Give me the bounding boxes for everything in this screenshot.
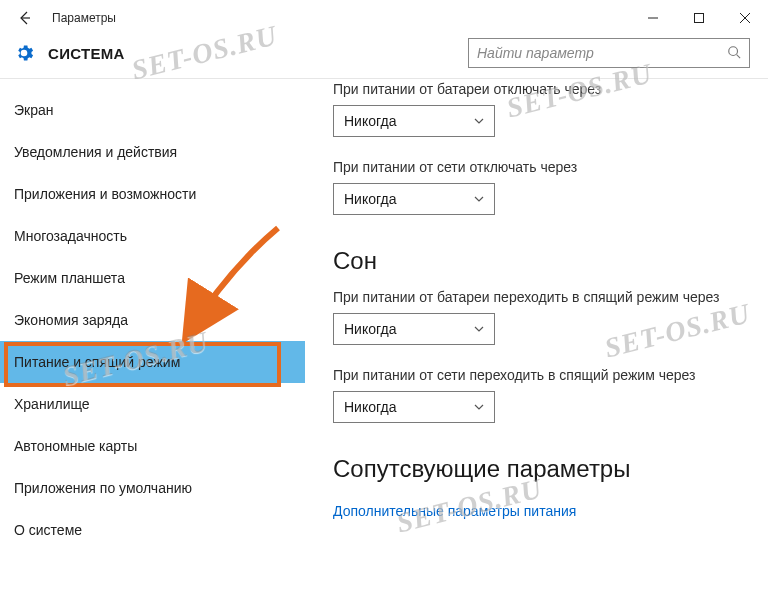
ac-off-dropdown[interactable]: Никогда	[333, 183, 495, 215]
sidebar-item-about[interactable]: О системе	[0, 509, 305, 551]
header: СИСТЕМА	[0, 36, 768, 78]
battery-sleep-label: При питании от батареи переходить в спящ…	[333, 289, 748, 305]
search-field[interactable]	[477, 45, 727, 61]
additional-power-link[interactable]: Дополнительные параметры питания	[333, 503, 576, 519]
window-controls	[630, 3, 768, 33]
ac-off-value: Никогда	[344, 191, 396, 207]
titlebar: Параметры	[0, 0, 768, 36]
battery-off-dropdown[interactable]: Никогда	[333, 105, 495, 137]
chevron-down-icon	[474, 191, 484, 207]
sidebar-item-battery-saver[interactable]: Экономия заряда	[0, 299, 305, 341]
sidebar-item-multitasking[interactable]: Многозадачность	[0, 215, 305, 257]
main-layout: Экран Уведомления и действия Приложения …	[0, 79, 768, 599]
svg-rect-1	[695, 14, 704, 23]
sidebar-item-offline-maps[interactable]: Автономные карты	[0, 425, 305, 467]
svg-point-4	[729, 46, 738, 55]
page-title: СИСТЕМА	[48, 45, 125, 62]
sleep-section-title: Сон	[333, 247, 748, 275]
sidebar-item-apps[interactable]: Приложения и возможности	[0, 173, 305, 215]
ac-sleep-dropdown[interactable]: Никогда	[333, 391, 495, 423]
window-title: Параметры	[52, 11, 116, 25]
svg-line-5	[737, 54, 741, 58]
content-pane: При питании от батареи отключать через Н…	[305, 79, 768, 599]
search-input[interactable]	[468, 38, 750, 68]
sidebar-item-tablet[interactable]: Режим планшета	[0, 257, 305, 299]
chevron-down-icon	[474, 113, 484, 129]
sidebar-item-notifications[interactable]: Уведомления и действия	[0, 131, 305, 173]
gear-icon	[14, 43, 34, 63]
related-section-title: Сопутсвующие параметры	[333, 455, 748, 483]
sidebar: Экран Уведомления и действия Приложения …	[0, 79, 305, 599]
minimize-button[interactable]	[630, 3, 676, 33]
battery-off-value: Никогда	[344, 113, 396, 129]
ac-sleep-value: Никогда	[344, 399, 396, 415]
close-button[interactable]	[722, 3, 768, 33]
sidebar-item-default-apps[interactable]: Приложения по умолчанию	[0, 467, 305, 509]
ac-sleep-label: При питании от сети переходить в спящий …	[333, 367, 748, 383]
battery-sleep-dropdown[interactable]: Никогда	[333, 313, 495, 345]
ac-off-label: При питании от сети отключать через	[333, 159, 748, 175]
sidebar-item-power-sleep[interactable]: Питание и спящий режим	[0, 341, 305, 383]
battery-off-label: При питании от батареи отключать через	[333, 81, 748, 97]
chevron-down-icon	[474, 399, 484, 415]
back-button[interactable]	[14, 8, 34, 28]
chevron-down-icon	[474, 321, 484, 337]
maximize-button[interactable]	[676, 3, 722, 33]
sidebar-item-display[interactable]: Экран	[0, 89, 305, 131]
search-icon	[727, 45, 741, 62]
battery-sleep-value: Никогда	[344, 321, 396, 337]
sidebar-item-storage[interactable]: Хранилище	[0, 383, 305, 425]
